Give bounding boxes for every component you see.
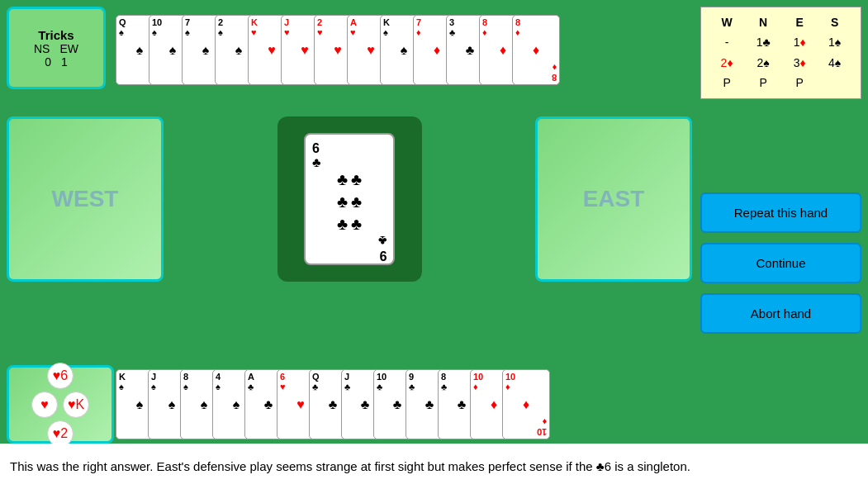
heart-chip-K: ♥K <box>63 392 89 418</box>
abort-hand-button[interactable]: Abort hand <box>700 293 861 334</box>
card-top: 6♣ <box>312 141 321 170</box>
ew-value: 1 <box>61 55 68 69</box>
heart-chip-6: ♥6 <box>47 363 74 389</box>
indicator-box: ♥6 ♥ ♥K ♥2 <box>7 365 114 444</box>
south-hand: K♠ K♠ ♠ J♠ J♠ ♠ 8♠ 8♠ ♠ 4♠ 4♠ ♠ A♣ A♣ ♣ … <box>116 365 695 444</box>
indicator-row-3: ♥2 <box>47 420 74 447</box>
tricks-title: Tricks <box>38 28 74 42</box>
east-box: EAST <box>535 116 692 282</box>
north-card-12: 8♦ 8♦ ♦ <box>512 15 560 85</box>
card-pips: ♣♣ ♣♣ ♣♣ <box>337 170 362 234</box>
north-cards-area: Q♠ Q♠ ♠ 10♠ 10♠ ♠ 7♠ 7♠ ♠ 2♠ 2♠ ♠ K♥ K♥ … <box>116 7 695 93</box>
result-text: This was the right answer. East's defens… <box>10 458 690 475</box>
indicator-row-1: ♥6 <box>47 363 74 389</box>
center-area: 6♣ ♣♣ ♣♣ ♣♣ 9♣ <box>259 108 440 290</box>
indicator-row-2: ♥ ♥K <box>31 392 89 418</box>
middle-area: WEST 6♣ ♣♣ ♣♣ ♣♣ 9♣ EAST <box>7 97 692 300</box>
center-dark: 6♣ ♣♣ ♣♣ ♣♣ 9♣ <box>277 116 422 282</box>
tricks-box: Tricks NS EW 0 1 <box>7 7 106 89</box>
played-card: 6♣ ♣♣ ♣♣ ♣♣ 9♣ <box>304 133 395 265</box>
south-card-12[interactable]: 10♦ 10♦ ♦ <box>502 369 550 439</box>
repeat-hand-button[interactable]: Repeat this hand <box>700 192 861 233</box>
ns-label: NS <box>34 42 50 55</box>
card-bottom: 9♣ <box>378 234 387 263</box>
bottom-text: This was the right answer. East's defens… <box>0 444 868 489</box>
heart-chip-2: ♥2 <box>47 420 74 447</box>
west-box: WEST <box>7 116 164 282</box>
heart-chip-circle: ♥ <box>31 392 58 418</box>
bidding-table: W N E S - 1♣ 1♦ 1♠ 2♦ 2♠ 3♦ 4♠ P P P <box>700 7 861 99</box>
indicator-inner: ♥6 ♥ ♥K ♥2 <box>31 363 89 447</box>
west-label: WEST <box>52 186 119 212</box>
east-label: EAST <box>583 186 645 212</box>
ns-value: 0 <box>45 55 51 69</box>
ew-label: EW <box>59 42 78 55</box>
right-panel: Repeat this hand Continue Abort hand <box>700 97 861 334</box>
continue-button[interactable]: Continue <box>700 243 861 283</box>
